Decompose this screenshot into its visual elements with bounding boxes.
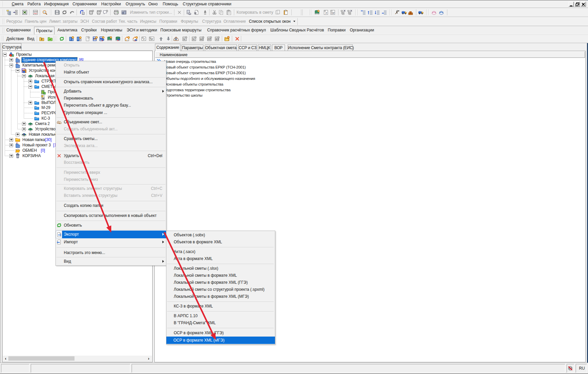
svg-text:P: P (143, 38, 145, 40)
svg-text:РР: РР (208, 38, 211, 40)
svg-text:%: % (192, 38, 194, 40)
svg-text:%: % (183, 38, 185, 40)
svg-text:PDF: PDF (34, 10, 37, 12)
svg-text:ПР: ПР (331, 12, 335, 14)
svg-text:М2: М2 (200, 38, 203, 40)
svg-text:x: x (83, 13, 84, 15)
svg-text:P: P (326, 12, 327, 14)
svg-text:ФЗ: ФЗ (215, 38, 219, 40)
svg-text:ПР: ПР (150, 38, 153, 40)
